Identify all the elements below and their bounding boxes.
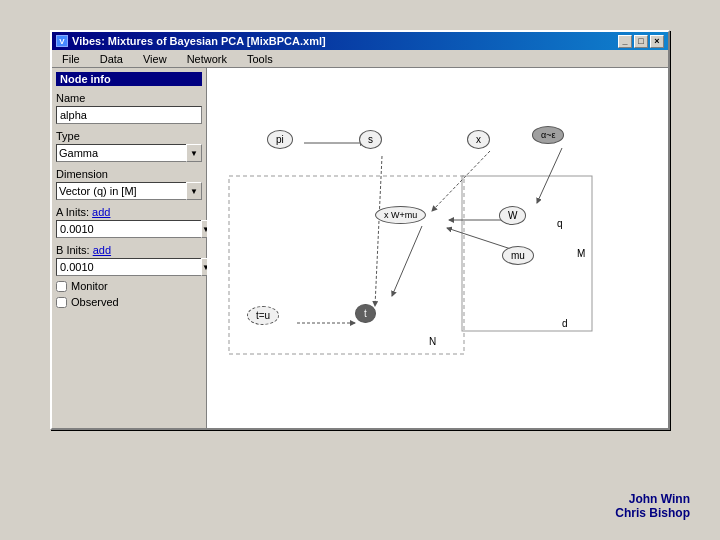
node-q-label: q — [557, 218, 563, 229]
desktop: V Vibes: Mixtures of Bayesian PCA [MixBP… — [0, 0, 720, 540]
node-s[interactable]: s — [359, 130, 382, 149]
graph-canvas: pi s x α~ε x W+m — [207, 68, 668, 428]
type-select-wrapper: Gamma ▼ — [56, 144, 202, 162]
b-inits-input-group: ▼ — [56, 258, 202, 276]
observed-checkbox[interactable] — [56, 297, 67, 308]
b-inits-add-link[interactable]: add — [93, 244, 111, 256]
a-inits-input-group: ▼ — [56, 220, 202, 238]
observed-label: Observed — [71, 296, 119, 308]
node-alpha-label: α~ε — [532, 126, 564, 144]
maximize-button[interactable]: □ — [634, 35, 648, 48]
app-icon: V — [56, 35, 68, 47]
node-x[interactable]: x — [467, 130, 490, 149]
content-area: Node info Name Type Gamma ▼ Dimension Ve… — [52, 68, 668, 428]
type-label: Type — [56, 130, 202, 142]
type-select[interactable]: Gamma — [56, 144, 187, 162]
name-label: Name — [56, 92, 202, 104]
author-text: John Winn Chris Bishop — [615, 492, 690, 520]
minimize-button[interactable]: _ — [618, 35, 632, 48]
node-m-label: M — [577, 248, 585, 259]
plate-d-label: d — [562, 318, 568, 329]
node-x-label: x — [467, 130, 490, 149]
menu-network[interactable]: Network — [181, 51, 233, 67]
title-bar-text: V Vibes: Mixtures of Bayesian PCA [MixBP… — [56, 35, 326, 47]
m-text: M — [577, 248, 585, 259]
node-w-label: W — [499, 206, 526, 225]
dimension-select-wrapper: Vector (q) in [M] ▼ — [56, 182, 202, 200]
menu-bar: File Data View Network Tools — [52, 50, 668, 68]
node-s-label: s — [359, 130, 382, 149]
plate-n-label: N — [429, 336, 436, 347]
section-title: Node info — [56, 72, 202, 86]
a-inits-label: A Inits: add — [56, 206, 202, 218]
b-inits-label: B Inits: add — [56, 244, 202, 256]
dimension-label: Dimension — [56, 168, 202, 180]
author-line2: Chris Bishop — [615, 506, 690, 520]
menu-data[interactable]: Data — [94, 51, 129, 67]
observed-row: Observed — [56, 296, 202, 308]
node-mu[interactable]: mu — [502, 246, 534, 265]
title-bar: V Vibes: Mixtures of Bayesian PCA [MixBP… — [52, 32, 668, 50]
node-w[interactable]: W — [499, 206, 526, 225]
menu-view[interactable]: View — [137, 51, 173, 67]
node-w-plus-mu[interactable]: x W+mu — [375, 206, 426, 224]
left-panel: Node info Name Type Gamma ▼ Dimension Ve… — [52, 68, 207, 428]
a-inits-input[interactable] — [56, 220, 202, 238]
author-line1: John Winn — [615, 492, 690, 506]
node-tzu-label: t=u — [247, 306, 279, 325]
svg-line-4 — [432, 151, 490, 211]
svg-line-5 — [537, 148, 562, 203]
node-alpha[interactable]: α~ε — [532, 126, 564, 144]
title-bar-buttons: _ □ × — [618, 35, 664, 48]
dimension-select[interactable]: Vector (q) in [M] — [56, 182, 187, 200]
node-pi-label: pi — [267, 130, 293, 149]
main-window: V Vibes: Mixtures of Bayesian PCA [MixBP… — [50, 30, 670, 430]
monitor-row: Monitor — [56, 280, 202, 292]
name-input[interactable] — [56, 106, 202, 124]
monitor-checkbox[interactable] — [56, 281, 67, 292]
node-mu-label: mu — [502, 246, 534, 265]
b-inits-input[interactable] — [56, 258, 202, 276]
dimension-select-arrow[interactable]: ▼ — [186, 182, 202, 200]
svg-line-6 — [392, 226, 422, 296]
menu-tools[interactable]: Tools — [241, 51, 279, 67]
q-text: q — [557, 218, 563, 229]
close-button[interactable]: × — [650, 35, 664, 48]
node-t-label: t — [355, 304, 376, 323]
svg-line-3 — [375, 156, 382, 306]
node-tzu[interactable]: t=u — [247, 306, 279, 325]
node-pi[interactable]: pi — [267, 130, 293, 149]
type-select-arrow[interactable]: ▼ — [186, 144, 202, 162]
monitor-label: Monitor — [71, 280, 108, 292]
menu-file[interactable]: File — [56, 51, 86, 67]
right-panel: pi s x α~ε x W+m — [207, 68, 668, 428]
window-title: Vibes: Mixtures of Bayesian PCA [MixBPCA… — [72, 35, 326, 47]
node-t[interactable]: t — [355, 304, 376, 323]
graph-svg — [207, 68, 668, 428]
svg-rect-0 — [229, 176, 464, 354]
a-inits-add-link[interactable]: add — [92, 206, 110, 218]
node-w-plus-mu-label: x W+mu — [375, 206, 426, 224]
